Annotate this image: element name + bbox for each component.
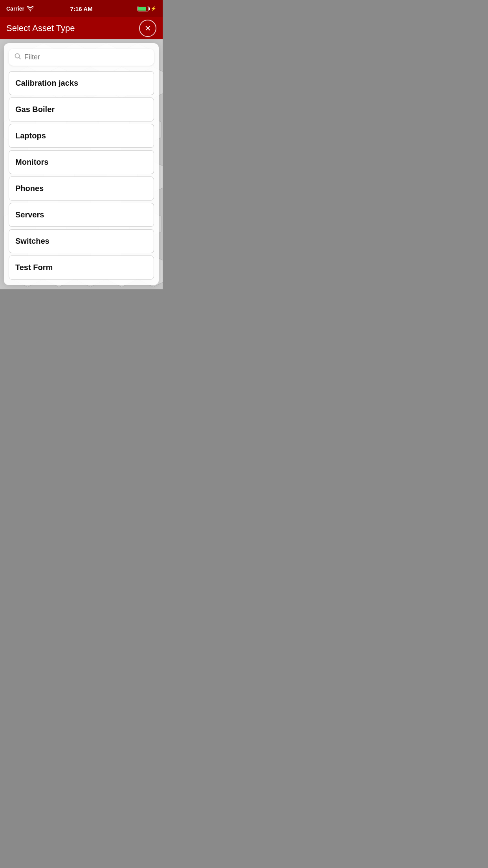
asset-type-list: Calibration jacksGas BoilerLaptopsMonito… xyxy=(9,71,154,280)
list-item-test-form[interactable]: Test Form xyxy=(9,256,154,280)
app-header: Select Asset Type ✕ xyxy=(0,17,163,39)
bolt-icon: ⚡ xyxy=(150,6,156,11)
status-time: 7:16 AM xyxy=(70,6,93,12)
filter-input[interactable] xyxy=(24,53,149,61)
battery-icon xyxy=(138,6,149,11)
carrier-label: Carrier xyxy=(6,6,24,12)
list-item-label-monitors: Monitors xyxy=(15,158,48,167)
list-item-label-servers: Servers xyxy=(15,210,44,219)
close-button[interactable]: ✕ xyxy=(139,20,156,37)
status-left: Carrier xyxy=(6,6,34,12)
list-item-label-laptops: Laptops xyxy=(15,131,46,140)
content-area: Calibration jacksGas BoilerLaptopsMonito… xyxy=(0,39,163,289)
svg-line-47 xyxy=(19,57,20,59)
close-icon: ✕ xyxy=(145,24,151,33)
list-item-calibration-jacks[interactable]: Calibration jacks xyxy=(9,71,154,95)
list-item-label-switches: Switches xyxy=(15,237,50,246)
modal-card: Calibration jacksGas BoilerLaptopsMonito… xyxy=(4,43,159,285)
wifi-icon xyxy=(27,6,34,11)
list-item-label-phones: Phones xyxy=(15,184,44,193)
search-icon xyxy=(14,53,21,62)
list-item-gas-boiler[interactable]: Gas Boiler xyxy=(9,97,154,121)
list-item-label-calibration-jacks: Calibration jacks xyxy=(15,79,78,88)
list-item-laptops[interactable]: Laptops xyxy=(9,124,154,148)
status-bar: Carrier 7:16 AM ⚡ xyxy=(0,0,163,17)
list-item-phones[interactable]: Phones xyxy=(9,177,154,200)
list-item-monitors[interactable]: Monitors xyxy=(9,150,154,174)
status-right: ⚡ xyxy=(138,6,156,11)
list-item-switches[interactable]: Switches xyxy=(9,229,154,253)
battery-fill xyxy=(138,7,146,11)
filter-container[interactable] xyxy=(9,49,154,66)
list-item-label-test-form: Test Form xyxy=(15,263,53,272)
list-item-label-gas-boiler: Gas Boiler xyxy=(15,105,55,114)
list-item-servers[interactable]: Servers xyxy=(9,203,154,227)
phone-wrapper: Carrier 7:16 AM ⚡ Select Asset Type ✕ xyxy=(0,0,163,289)
page-title: Select Asset Type xyxy=(6,23,75,33)
